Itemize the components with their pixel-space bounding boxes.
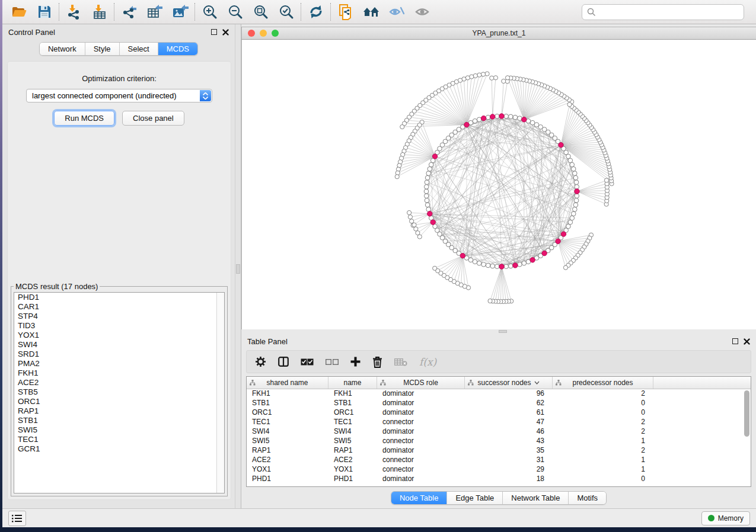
mcds-result-item[interactable]: SWI5 [14, 425, 224, 435]
table-cell[interactable]: dominator [377, 475, 465, 484]
close-panel-button[interactable]: Close panel [122, 111, 184, 126]
hide-selected-icon[interactable] [384, 2, 409, 22]
zoom-fit-icon[interactable] [248, 2, 273, 22]
table-row[interactable]: RAP1RAP1dominator352 [247, 446, 751, 456]
mcds-result-item[interactable]: YOX1 [14, 331, 224, 340]
mcds-result-item[interactable]: PMA2 [14, 359, 224, 368]
splitter-handle[interactable] [236, 264, 240, 274]
tab-edge-table[interactable]: Edge Table [447, 492, 503, 504]
table-cell[interactable]: RAP1 [328, 446, 377, 456]
column-header[interactable]: name [328, 377, 377, 389]
show-all-icon[interactable] [409, 2, 435, 22]
table-cell[interactable]: 2 [553, 427, 653, 437]
table-cell[interactable]: TEC1 [247, 418, 328, 427]
export-table-icon[interactable] [142, 2, 167, 22]
criterion-dropdown[interactable]: largest connected component (undirected) [26, 89, 212, 102]
add-icon[interactable] [350, 357, 361, 367]
table-cell[interactable]: YOX1 [328, 465, 377, 475]
mcds-result-item[interactable]: ORC1 [14, 397, 224, 406]
table-cell[interactable]: SWI4 [328, 427, 377, 437]
mcds-result-item[interactable]: SWI4 [14, 340, 224, 350]
column-header[interactable]: MCDS role [377, 377, 465, 389]
trash-icon[interactable] [372, 356, 382, 368]
tab-style[interactable]: Style [85, 43, 120, 55]
vertical-splitter[interactable] [235, 24, 241, 508]
mcds-result-list[interactable]: PHD1CAR1STP4TID3YOX1SWI4SRD1PMA2FKH1ACE2… [14, 292, 225, 493]
table-row[interactable]: ACE2ACE2connector311 [247, 456, 751, 465]
table-cell[interactable]: SWI4 [247, 427, 328, 437]
table-cell[interactable]: ORC1 [247, 408, 328, 418]
deselect-all-icon[interactable] [326, 359, 339, 365]
mcds-result-item[interactable]: STB1 [14, 416, 224, 425]
table-row[interactable]: YOX1YOX1connector291 [247, 465, 751, 475]
search-field[interactable] [582, 4, 744, 20]
network-graph[interactable] [242, 40, 756, 329]
export-image-icon[interactable] [167, 2, 193, 22]
table-cell[interactable]: 2 [553, 418, 653, 427]
table-cell[interactable]: 2 [553, 446, 653, 456]
table-cell[interactable]: connector [377, 418, 465, 427]
table-cell[interactable]: 46 [465, 427, 553, 437]
float-panel-icon[interactable] [211, 29, 217, 35]
table-row[interactable]: TEC1TEC1connector472 [247, 418, 751, 427]
mcds-result-item[interactable]: CAR1 [14, 302, 224, 312]
table-cell[interactable]: 47 [465, 418, 553, 427]
table-cell[interactable]: SWI5 [328, 437, 377, 446]
table-cell[interactable]: ACE2 [247, 456, 328, 465]
first-neighbors-icon[interactable] [358, 2, 384, 22]
table-cell[interactable]: dominator [377, 389, 465, 399]
run-mcds-button[interactable]: Run MCDS [54, 111, 114, 126]
table-cell[interactable]: connector [377, 437, 465, 446]
tab-select[interactable]: Select [120, 43, 158, 55]
table-cell[interactable]: connector [377, 456, 465, 465]
task-history-button[interactable] [8, 511, 26, 526]
mcds-result-item[interactable]: TID3 [14, 321, 224, 331]
table-cell[interactable]: connector [377, 465, 465, 475]
table-cell[interactable]: 62 [465, 399, 553, 408]
zoom-selected-icon[interactable] [273, 2, 299, 22]
table-cell[interactable]: SWI5 [247, 437, 328, 446]
tab-mcds[interactable]: MCDS [158, 43, 197, 55]
table-scrollbar-thumb[interactable] [744, 390, 749, 437]
search-input[interactable] [596, 8, 739, 17]
mcds-result-item[interactable]: GCR1 [14, 444, 224, 454]
column-header[interactable]: shared name [247, 377, 328, 389]
mcds-result-item[interactable]: FKH1 [14, 368, 224, 378]
mcds-result-item[interactable]: ACE2 [14, 378, 224, 387]
table-cell[interactable]: 1 [553, 437, 653, 446]
columns-icon[interactable] [278, 357, 289, 367]
table-row[interactable]: ORC1ORC1dominator610 [247, 408, 751, 418]
tab-motifs[interactable]: Motifs [569, 492, 606, 504]
table-cell[interactable]: 18 [465, 475, 553, 484]
table-cell[interactable]: 0 [553, 475, 653, 484]
table-cell[interactable]: STB1 [247, 399, 328, 408]
table-cell[interactable]: 1 [553, 456, 653, 465]
close-panel-icon[interactable] [222, 29, 229, 36]
import-network-icon[interactable] [61, 2, 87, 22]
gear-icon[interactable] [255, 356, 266, 367]
table-cell[interactable]: ORC1 [328, 408, 377, 418]
close-panel-icon[interactable] [744, 338, 750, 345]
network-canvas[interactable] [241, 40, 756, 329]
table-cell[interactable]: 35 [465, 446, 553, 456]
tab-network-table[interactable]: Network Table [503, 492, 569, 504]
delete-column-icon[interactable] [394, 358, 407, 366]
table-cell[interactable]: 43 [465, 437, 553, 446]
table-row[interactable]: STB1STB1dominator620 [247, 399, 751, 408]
table-cell[interactable]: 31 [465, 456, 553, 465]
table-cell[interactable]: 29 [465, 465, 553, 475]
save-session-icon[interactable] [31, 2, 57, 22]
zoom-out-icon[interactable] [222, 2, 248, 22]
mcds-result-item[interactable]: STB5 [14, 387, 224, 397]
network-titlebar[interactable]: YPA_prune.txt_1 [241, 27, 756, 40]
table-cell[interactable]: FKH1 [328, 389, 377, 399]
table-row[interactable]: SWI5SWI5connector431 [247, 437, 751, 446]
table-cell[interactable]: dominator [377, 446, 465, 456]
table-row[interactable]: FKH1FKH1dominator962 [247, 389, 751, 399]
table-cell[interactable]: dominator [377, 399, 465, 408]
mcds-result-item[interactable]: PHD1 [14, 293, 224, 302]
select-all-icon[interactable] [301, 358, 314, 366]
table-cell[interactable]: 0 [553, 399, 653, 408]
refresh-icon[interactable] [303, 2, 328, 22]
tab-network[interactable]: Network [40, 43, 85, 55]
